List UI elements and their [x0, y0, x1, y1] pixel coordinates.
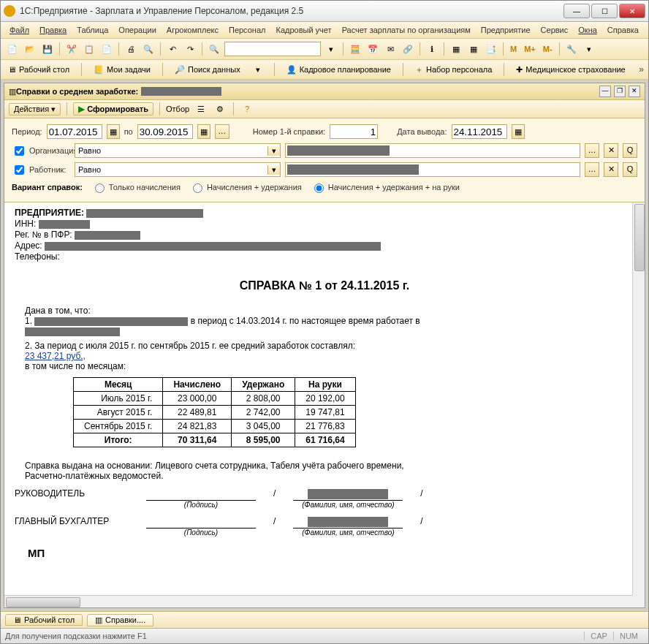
menu-file[interactable]: Файл: [5, 24, 34, 36]
preview-icon[interactable]: 🔍: [141, 42, 156, 56]
filter-icon[interactable]: ☰: [194, 102, 208, 116]
menu-table[interactable]: Таблица: [72, 24, 113, 36]
search-input[interactable]: [224, 42, 321, 56]
minimize-button[interactable]: —: [563, 4, 590, 18]
col-net: На руки: [295, 378, 355, 392]
outdate-input[interactable]: [452, 124, 507, 139]
calendar-icon[interactable]: 📅: [365, 42, 380, 56]
nav-tasks[interactable]: 📒Мои задачи: [91, 64, 153, 76]
grid2-icon[interactable]: ▦: [466, 42, 481, 56]
variant-opt2[interactable]: Начисления + удержания: [189, 181, 302, 193]
m-button[interactable]: M: [508, 45, 519, 53]
menu-help[interactable]: Справка: [603, 24, 643, 36]
scroll-thumb[interactable]: [6, 597, 80, 607]
more-icon[interactable]: »: [639, 64, 644, 75]
filter-label[interactable]: Отбор: [166, 105, 189, 113]
variant-opt3[interactable]: Начисления + удержания + на руки: [311, 181, 460, 193]
emp-op-combo[interactable]: Равно▾: [75, 162, 281, 177]
gear-icon[interactable]: 🔧: [564, 42, 579, 56]
vertical-scrollbar[interactable]: [632, 202, 645, 607]
enterprise-label: ПРЕДПРИЯТИЕ:: [15, 208, 84, 218]
org-op-combo[interactable]: Равно▾: [75, 143, 281, 158]
doc-icon[interactable]: 📑: [484, 42, 498, 56]
horizontal-scrollbar[interactable]: [4, 595, 633, 607]
org-input[interactable]: [285, 143, 580, 158]
tab-desktop[interactable]: 🖥Рабочий стол: [5, 614, 83, 626]
outdate-picker[interactable]: ▦: [512, 124, 525, 139]
copy-icon[interactable]: 📋: [82, 42, 96, 56]
mail-icon[interactable]: ✉: [383, 42, 398, 56]
m-plus-button[interactable]: M+: [522, 45, 538, 53]
plus-icon: ＋: [415, 64, 423, 75]
redo-icon[interactable]: ↷: [183, 42, 197, 56]
print-icon[interactable]: 🖨: [124, 42, 138, 56]
org-find-button[interactable]: Q: [623, 143, 637, 158]
period-more-button[interactable]: …: [215, 124, 229, 139]
menu-windows[interactable]: Окна: [574, 24, 601, 36]
menu-personnel[interactable]: Персонал: [224, 24, 270, 36]
inner-restore-button[interactable]: ❐: [614, 86, 626, 97]
grid-icon[interactable]: ▦: [449, 42, 463, 56]
redacted: [86, 209, 203, 218]
paste-icon[interactable]: 📄: [99, 42, 114, 56]
nav-search[interactable]: 🔎Поиск данных: [172, 64, 243, 76]
emp-input[interactable]: [285, 162, 580, 177]
menubar: Файл Правка Таблица Операции Агрокомплек…: [1, 22, 648, 39]
nav-toolbar: 🖥Рабочий стол 📒Мои задачи 🔎Поиск данных …: [1, 60, 648, 80]
inner-close-button[interactable]: ✕: [629, 86, 640, 97]
cut-icon[interactable]: ✂️: [64, 42, 79, 56]
open-icon[interactable]: 📂: [23, 42, 37, 56]
scroll-thumb[interactable]: [634, 204, 645, 271]
nav-search-dd[interactable]: ▾: [251, 62, 265, 77]
search-icon[interactable]: 🔍: [207, 42, 221, 56]
close-button[interactable]: ✕: [619, 4, 645, 18]
link-icon[interactable]: 🔗: [401, 42, 415, 56]
menu-payroll[interactable]: Расчет зарплаты по организациям: [338, 24, 475, 36]
maximize-button[interactable]: ☐: [591, 4, 618, 18]
salary-table: Месяц Начислено Удержано На руки Июль 20…: [73, 377, 356, 447]
form-button[interactable]: ▶Сформировать: [73, 102, 153, 115]
calc-icon[interactable]: 🧮: [348, 42, 363, 56]
menu-operations[interactable]: Операции: [114, 24, 160, 36]
emp-more-button[interactable]: …: [585, 162, 599, 177]
tasks-icon: 📒: [94, 65, 104, 75]
tab-doc[interactable]: ▥Справки....: [87, 614, 153, 626]
date-to-input[interactable]: [137, 124, 193, 139]
new-icon[interactable]: 📄: [5, 42, 20, 56]
emp-checkbox[interactable]: [15, 165, 24, 175]
org-checkbox[interactable]: [15, 146, 24, 156]
m-minus-button[interactable]: M-: [541, 45, 555, 53]
emp-find-button[interactable]: Q: [623, 162, 637, 177]
col-month: Месяц: [74, 378, 163, 392]
variant-label: Вариант справок:: [12, 183, 83, 192]
nav-hiring[interactable]: ＋Набор персонала: [412, 63, 495, 77]
date-from-picker[interactable]: ▦: [107, 124, 120, 139]
date-to-picker[interactable]: ▦: [197, 124, 210, 139]
org-clear-button[interactable]: ✕: [604, 143, 618, 158]
menu-edit[interactable]: Правка: [35, 24, 71, 36]
table-row: Сентябрь 2015 г.24 821,833 045,0021 776,…: [74, 420, 356, 433]
undo-icon[interactable]: ↶: [165, 42, 180, 56]
menu-enterprise[interactable]: Предприятие: [477, 24, 535, 36]
menu-agro[interactable]: Агрокомплекс: [162, 24, 223, 36]
num-input[interactable]: [330, 124, 378, 139]
nav-planning[interactable]: 👤Кадровое планирование: [284, 64, 394, 76]
actions-button[interactable]: Действия ▾: [9, 103, 61, 115]
info-icon[interactable]: ℹ: [425, 42, 439, 56]
inner-minimize-button[interactable]: —: [599, 86, 611, 97]
menu-service[interactable]: Сервис: [536, 24, 573, 36]
dropdown-icon[interactable]: ▾: [324, 42, 338, 56]
nav-insurance[interactable]: ✚Медицинское страхование: [513, 64, 628, 76]
menu-kadr[interactable]: Кадровый учет: [271, 24, 335, 36]
dropdown2-icon[interactable]: ▾: [582, 42, 596, 56]
variant-opt1[interactable]: Только начисления: [91, 181, 181, 193]
settings-icon[interactable]: ⚙: [213, 102, 227, 116]
nav-desktop[interactable]: 🖥Рабочий стол: [5, 64, 72, 75]
org-more-button[interactable]: …: [585, 143, 599, 158]
col-ded: Удержано: [232, 378, 295, 392]
redacted: [141, 87, 221, 96]
help-icon[interactable]: ?: [240, 102, 254, 116]
save-icon[interactable]: 💾: [40, 42, 55, 56]
date-from-input[interactable]: [47, 124, 102, 139]
emp-clear-button[interactable]: ✕: [604, 162, 618, 177]
